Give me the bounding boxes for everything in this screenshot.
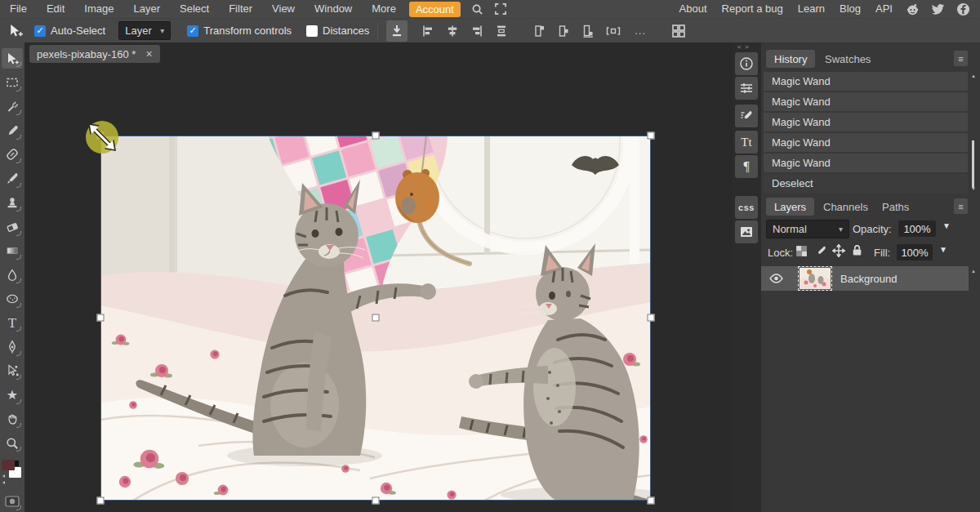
menu-select[interactable]: Select [170,0,219,18]
tool-blur[interactable] [2,265,23,285]
history-item[interactable]: Magic Wand [764,113,968,132]
document-tab[interactable]: pexels-pixabay-160 * × [29,45,160,63]
tool-path-select[interactable] [2,361,23,381]
canvas-area[interactable]: pexels-pixabay-160 * × [24,42,733,512]
distribute-h-icon[interactable] [605,24,621,38]
history-menu-button[interactable]: ≡ [954,51,968,66]
search-icon[interactable] [471,3,483,16]
align-right-icon[interactable] [470,24,484,38]
transform-handle-se[interactable] [648,497,655,505]
opacity-value[interactable]: 100% [898,220,936,237]
tool-hand[interactable] [2,409,23,430]
layer-row-background[interactable]: Background [761,266,969,291]
menu-report-bug[interactable]: Report a bug [715,0,791,18]
history-scroll-down-icon[interactable]: ▼ [971,186,976,191]
tool-eraser[interactable] [2,216,23,237]
menu-view[interactable]: View [262,0,305,18]
menu-window[interactable]: Window [305,0,362,18]
layers-menu-button[interactable]: ≡ [954,198,968,214]
align-top-icon[interactable] [532,24,546,38]
menu-edit[interactable]: Edit [37,0,74,18]
export-button[interactable] [386,20,408,42]
transform-handle-ne[interactable] [648,132,655,140]
grid-view-icon[interactable] [670,23,687,39]
color-swatches[interactable] [2,460,23,484]
tool-gradient[interactable] [2,241,23,261]
fill-value[interactable]: 100% [897,244,933,260]
history-item-current[interactable]: Deselect [764,174,968,194]
brush-panel-button[interactable] [735,105,758,127]
canvas-image[interactable] [100,136,651,501]
transform-handle-nw[interactable] [97,132,105,140]
menu-filter[interactable]: Filter [219,0,262,18]
align-middle-icon[interactable] [556,24,571,38]
lock-all-icon[interactable] [851,244,863,259]
tool-zoom[interactable] [2,433,23,453]
layer-visibility-toggle[interactable] [769,273,783,284]
tab-history[interactable]: History [766,50,815,68]
more-options[interactable]: ... [635,24,646,37]
history-scroll-up-icon[interactable]: ▲ [971,73,976,78]
history-item[interactable]: Magic Wand [764,133,968,153]
tool-rectangle-select[interactable] [2,72,23,92]
facebook-icon[interactable] [956,2,970,16]
history-item[interactable]: Magic Wand [764,154,968,173]
tool-type[interactable]: T [2,313,23,333]
distances-checkbox[interactable]: Distances [306,24,369,37]
tool-dodge-burn[interactable] [2,288,23,309]
paragraph-panel-button[interactable]: ¶ [735,155,758,178]
character-panel-button[interactable]: Tt [735,131,758,154]
align-center-h-icon[interactable] [445,24,460,38]
layers-scroll-up-icon[interactable]: ▲ [971,269,976,274]
tab-layers[interactable]: Layers [766,198,814,216]
transform-handle-n[interactable] [372,132,380,140]
tool-shape-star[interactable]: ★ [2,385,23,405]
lock-position-icon[interactable] [832,244,845,260]
tool-move[interactable] [2,48,23,69]
tab-channels[interactable]: Channels [815,198,876,216]
history-scrollbar-thumb[interactable] [972,140,974,188]
lock-transparency-icon[interactable] [795,245,808,260]
tab-paths[interactable]: Paths [874,198,917,216]
menu-about[interactable]: About [672,0,715,18]
fill-slider-arrow[interactable]: ▼ [939,245,947,254]
menu-file[interactable]: File [0,0,37,18]
menu-layer[interactable]: Layer [124,0,171,18]
align-bottom-icon[interactable] [581,24,595,38]
transform-handle-s[interactable] [372,497,380,505]
tool-eyedropper[interactable] [2,120,23,140]
history-item[interactable]: Magic Wand [764,72,968,91]
layer-thumbnail[interactable] [800,268,831,289]
opacity-slider-arrow[interactable]: ▼ [942,221,951,230]
align-left-icon[interactable] [421,24,435,38]
tab-swatches[interactable]: Swatches [817,50,879,68]
transform-controls-checkbox[interactable]: ✓ Transform controls [187,24,292,37]
adjustments-panel-button[interactable] [735,77,758,100]
css-panel-button[interactable]: css [735,196,758,219]
menu-api[interactable]: API [868,0,900,18]
tool-clone-stamp[interactable] [2,193,23,213]
blend-mode-dropdown[interactable]: Normal ▾ [766,220,849,238]
close-tab-icon[interactable]: × [145,48,152,60]
transform-handle-e[interactable] [648,314,655,322]
menu-learn[interactable]: Learn [791,0,832,18]
collapse-strip-icon[interactable]: < > [737,43,750,51]
info-panel-button[interactable] [735,52,758,75]
account-button[interactable]: Account [409,2,461,17]
fullscreen-icon[interactable] [495,3,506,15]
distribute-v-icon[interactable] [494,24,509,38]
twitter-icon[interactable] [931,3,945,16]
tool-brush[interactable] [2,168,23,189]
lock-paint-icon[interactable] [814,244,827,260]
history-item[interactable]: Magic Wand [764,92,968,112]
reddit-icon[interactable] [906,2,920,16]
target-select-dropdown[interactable]: Layer ▾ [118,21,171,40]
transform-handle-center[interactable] [372,314,380,322]
image-panel-button[interactable] [735,220,758,243]
transform-handle-w[interactable] [97,314,105,322]
menu-image[interactable]: Image [74,0,123,18]
auto-select-checkbox[interactable]: ✓ Auto-Select [34,24,105,37]
menu-more[interactable]: More [362,0,406,18]
transform-handle-sw[interactable] [97,497,105,505]
tool-magic-wand[interactable] [2,96,23,117]
